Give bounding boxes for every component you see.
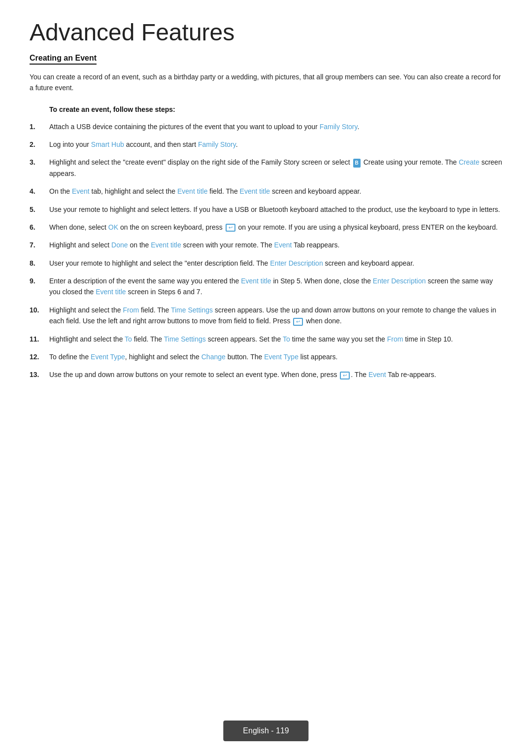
link-blue: From [387, 335, 403, 343]
step-item: 11.Hightlight and select the To field. T… [30, 334, 502, 344]
return-icon [226, 224, 235, 232]
link-blue: Create [459, 158, 479, 166]
link-blue: Smart Hub [91, 140, 124, 148]
step-item: 5.Use your remote to highlight and selec… [30, 204, 502, 215]
step-item: 7.Highlight and select Done on the Event… [30, 240, 502, 250]
step-text: Hightlight and select the To field. The … [49, 334, 502, 344]
step-item: 13.Use the up and down arrow buttons on … [30, 369, 502, 380]
steps-list: 1.Attach a USB device containing the pic… [30, 121, 502, 380]
link-blue: Event title [241, 277, 271, 285]
link-blue: From [123, 306, 139, 314]
create-icon: B [353, 159, 361, 168]
link-blue: Event [368, 371, 386, 378]
link-blue: Event title [177, 187, 207, 195]
step-text: User your remote to highlight and select… [49, 258, 502, 269]
link-blue: Time Settings [164, 335, 206, 343]
link-blue: Change [201, 353, 226, 361]
link-blue: Enter Description [373, 277, 426, 285]
step-number: 9. [30, 275, 49, 298]
step-text: When done, select OK on the on screen ke… [49, 222, 502, 233]
step-text: Use the up and down arrow buttons on you… [49, 369, 502, 380]
link-blue: Event Type [264, 353, 299, 361]
step-number: 12. [30, 351, 49, 362]
return-icon [340, 372, 350, 379]
steps-header: To create an event, follow these steps: [49, 105, 502, 113]
link-blue: To [125, 335, 132, 343]
link-blue: Event title [240, 187, 270, 195]
step-text: Highlight and select the "create event" … [49, 157, 502, 179]
link-blue: Time Settings [171, 306, 213, 314]
link-blue: To [283, 335, 290, 343]
link-blue: Done [111, 241, 128, 249]
link-blue: Family Story [198, 140, 236, 148]
section-heading: Creating an Event [30, 54, 97, 65]
link-blue: Event [72, 187, 90, 195]
step-number: 5. [30, 204, 49, 215]
step-item: 2.Log into your Smart Hub account, and t… [30, 139, 502, 150]
intro-text: You can create a record of an event, suc… [30, 71, 502, 94]
step-text: To define the Event Type, highlight and … [49, 351, 502, 362]
step-text: Log into your Smart Hub account, and the… [49, 139, 502, 150]
step-number: 13. [30, 369, 49, 380]
step-number: 8. [30, 258, 49, 269]
link-blue: Event title [96, 288, 126, 296]
step-item: 10.Highlight and select the From field. … [30, 305, 502, 327]
step-item: 6.When done, select OK on the on screen … [30, 222, 502, 233]
page-title: Advanced Features [30, 20, 502, 46]
step-item: 9.Enter a description of the event the s… [30, 275, 502, 298]
step-text: Highlight and select the From field. The… [49, 305, 502, 327]
link-blue: Event title [151, 241, 181, 249]
step-number: 3. [30, 157, 49, 179]
step-number: 2. [30, 139, 49, 150]
step-text: On the Event tab, highlight and select t… [49, 186, 502, 197]
step-text: Attach a USB device containing the pictu… [49, 121, 502, 132]
step-number: 4. [30, 186, 49, 197]
step-item: 3.Highlight and select the "create event… [30, 157, 502, 179]
link-blue: Family Story [320, 123, 358, 131]
step-text: Enter a description of the event the sam… [49, 275, 502, 298]
link-blue: Enter Description [270, 259, 323, 267]
step-text: Use your remote to highlight and select … [49, 204, 502, 215]
step-item: 4.On the Event tab, highlight and select… [30, 186, 502, 197]
link-blue: Event [274, 241, 292, 249]
step-number: 7. [30, 240, 49, 250]
step-number: 11. [30, 334, 49, 344]
link-blue: OK [108, 223, 118, 231]
link-blue: Event Type [91, 353, 125, 361]
return-icon [293, 318, 303, 326]
step-number: 10. [30, 305, 49, 327]
step-number: 6. [30, 222, 49, 233]
step-item: 8.User your remote to highlight and sele… [30, 258, 502, 269]
page-footer: English - 119 [223, 721, 308, 741]
step-text: Highlight and select Done on the Event t… [49, 240, 502, 250]
step-number: 1. [30, 121, 49, 132]
step-item: 12.To define the Event Type, highlight a… [30, 351, 502, 362]
step-item: 1.Attach a USB device containing the pic… [30, 121, 502, 132]
